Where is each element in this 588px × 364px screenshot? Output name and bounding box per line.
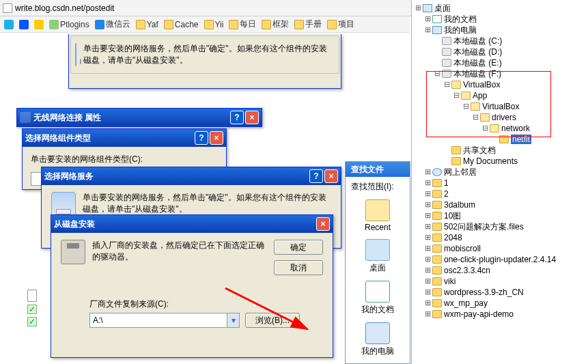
find-desktop[interactable]: 桌面 [351,239,404,274]
expand-icon[interactable]: ⊞ [424,300,432,307]
tree-node[interactable]: 本地磁盘 (E:) [412,57,588,68]
expand-icon[interactable]: ⊞ [424,256,432,264]
expand-icon[interactable]: ⊞ [424,212,432,220]
browse-button[interactable]: 浏览(B)... [245,313,300,328]
help-button[interactable]: ? [230,111,244,124]
expand-icon[interactable] [434,59,441,67]
expand-icon[interactable]: ⊞ [424,191,432,198]
net-icon [432,168,442,176]
tree-node[interactable]: netflt [412,134,588,145]
expand-icon[interactable]: ⊞ [424,180,432,187]
collapse-icon[interactable]: ⊟ [472,114,479,122]
wireless-props-titlebar[interactable]: 无线网络连接 属性 ? × [17,109,262,126]
checkbox-checked[interactable]: ✓ [27,317,37,326]
bookmark-item[interactable]: 手册 [294,18,322,30]
bookmark-item[interactable] [19,20,29,29]
expand-icon[interactable]: ⊞ [424,245,432,253]
expand-icon[interactable] [434,48,441,56]
tree-node[interactable]: ⊞osc2.3.3.4cn [412,265,588,276]
close-button[interactable]: × [316,217,330,231]
tree-node[interactable]: 本地磁盘 (C:) [412,36,588,46]
close-button[interactable]: × [324,169,338,183]
bookmark-item[interactable]: Cache [164,20,199,29]
close-button[interactable]: × [210,131,223,145]
bookmark-item[interactable]: 项目 [327,18,354,30]
expand-icon[interactable]: ⊞ [424,267,432,275]
expand-icon[interactable]: ⊞ [415,5,422,12]
expand-icon[interactable]: ⊞ [424,311,432,318]
tree-node[interactable]: ⊟本地磁盘 (F:) [412,68,588,79]
collapse-icon[interactable]: ⊟ [434,70,441,78]
tree-node[interactable]: ⊞viki [412,276,588,287]
tree-node[interactable]: ⊞2048 [412,232,588,243]
tree-node[interactable]: ⊞one-click-plugin-updater.2.4.14 [412,254,588,265]
component-type-titlebar[interactable]: 选择网络组件类型 ? × [23,129,226,147]
bg-instruction-text: 单击要安装的网络服务，然后单击"确定"。如果您有这个组件的安装磁盘，请单击"从磁… [83,43,335,66]
tree-node[interactable]: My Documents [412,156,588,167]
close-button[interactable]: × [245,111,259,124]
tree-node[interactable]: ⊞我的电脑 [412,25,588,36]
folder-open-icon [471,102,480,111]
help-button[interactable]: ? [195,131,208,145]
tree-node[interactable]: ⊞3dalbum [412,199,588,210]
bookmark-item[interactable]: Ptlogins [49,20,89,29]
collapse-icon[interactable]: ⊟ [462,103,470,111]
tree-node[interactable]: ⊞1 [412,178,588,188]
collapse-icon[interactable]: ⊟ [481,125,489,132]
checkbox-checked[interactable]: ✓ [27,305,37,314]
tree-node[interactable]: ⊟VirtualBox [412,79,588,90]
pc-icon [432,26,442,34]
tree-node[interactable]: ⊞502问题解决方案.files [412,221,588,232]
tree-node[interactable]: ⊞网上邻居 [412,167,588,178]
checkbox[interactable] [27,290,37,302]
collapse-icon[interactable]: ⊟ [443,81,451,89]
expand-icon[interactable] [491,136,499,143]
favicon [4,20,14,29]
find-mydocs[interactable]: 我的文档 [351,281,404,316]
cancel-button[interactable]: 取消 [274,260,323,275]
chevron-down-icon[interactable]: ▾ [227,313,239,327]
collapse-icon[interactable]: ⊟ [453,92,460,100]
expand-icon[interactable]: ⊞ [424,223,432,231]
tree-node[interactable]: ⊟VirtualBox [412,101,588,112]
bookmark-item[interactable]: Yii [204,20,224,29]
tree-node[interactable]: ⊟App [412,90,588,101]
computer-icon [365,322,390,344]
bookmark-item[interactable]: 微信云 [95,18,130,30]
expand-icon[interactable] [443,147,451,154]
bookmark-item[interactable]: 每日 [229,18,256,30]
tree-node[interactable]: ⊞wx_mp_pay [412,298,588,309]
tree-node[interactable]: ⊞我的文档 [412,14,588,25]
ok-button[interactable]: 确定 [274,240,323,255]
find-mypc[interactable]: 我的电脑 [351,322,404,357]
bookmark-item[interactable]: Yaf [136,20,158,29]
disk-titlebar[interactable]: 从磁盘安装 × [51,215,333,233]
expand-icon[interactable]: ⊞ [424,169,432,176]
bookmark-item[interactable] [34,20,44,29]
expand-icon[interactable]: ⊞ [424,278,432,285]
tree-node[interactable]: ⊞wxm-pay-api-demo [412,309,588,320]
tree-node[interactable]: ⊞mobiscroll [412,243,588,254]
source-combo[interactable]: A:\ ▾ [89,313,240,328]
service-titlebar[interactable]: 选择网络服务 ? × [42,167,341,185]
bookmark-item[interactable]: 框架 [262,18,289,30]
tree-node[interactable]: ⊞wordpress-3.9-zh_CN [412,287,588,298]
find-recent[interactable]: Recent [351,199,404,232]
tree-node[interactable]: ⊞2 [412,188,588,199]
tree-node[interactable]: ⊞10图 [412,210,588,221]
expand-icon[interactable] [434,38,441,45]
expand-icon[interactable]: ⊞ [424,234,432,242]
tree-node[interactable]: 共享文档 [412,145,588,156]
tree-node[interactable]: 本地磁盘 (D:) [412,46,588,57]
expand-icon[interactable]: ⊞ [424,201,432,209]
tree-node[interactable]: ⊟drivers [412,112,588,123]
tree-node[interactable]: ⊞桌面 [412,3,588,14]
expand-icon[interactable]: ⊞ [424,16,432,23]
bookmark-item[interactable] [4,20,14,29]
expand-icon[interactable] [443,158,451,165]
expand-icon[interactable]: ⊞ [424,27,432,34]
expand-icon[interactable]: ⊞ [424,289,432,296]
help-button[interactable]: ? [309,169,323,183]
wireless-props-window: 无线网络连接 属性 ? × [16,108,262,127]
tree-node[interactable]: ⊟network [412,123,588,134]
